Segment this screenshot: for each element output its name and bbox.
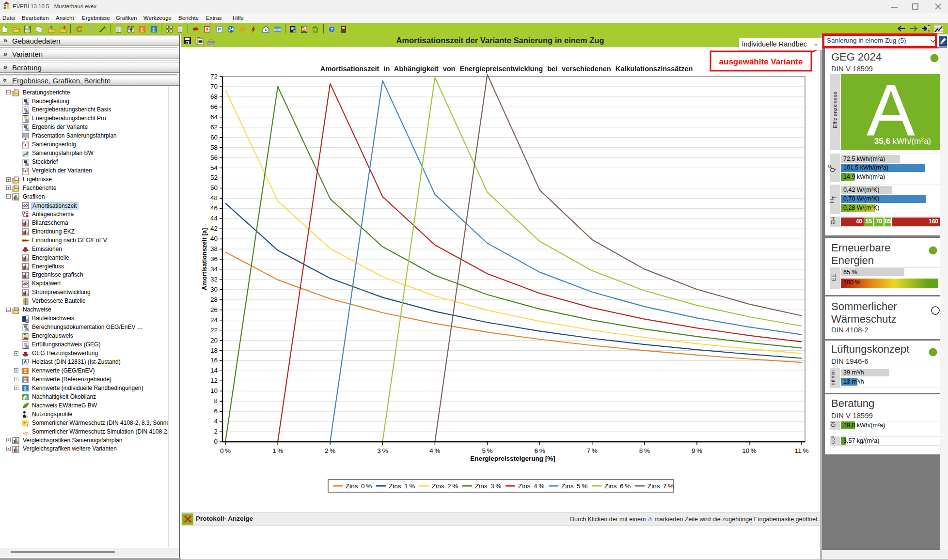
svg-text:54: 54 <box>210 164 218 171</box>
svg-text:44: 44 <box>210 215 218 222</box>
svg-text:18: 18 <box>210 347 218 354</box>
svg-text:W: W <box>26 128 29 131</box>
svg-text:62: 62 <box>210 124 218 131</box>
svg-text:10: 10 <box>210 387 218 394</box>
svg-text:2: 2 <box>214 428 218 435</box>
svg-text:Amortisationszeit [a]: Amortisationszeit [a] <box>201 228 208 291</box>
svg-text:60: 60 <box>210 134 218 141</box>
svg-text:W: W <box>26 163 29 166</box>
svg-text:Σ: Σ <box>152 27 156 32</box>
svg-text:12: 12 <box>210 377 218 384</box>
svg-text:P: P <box>218 27 221 32</box>
svg-text:68: 68 <box>210 93 218 100</box>
svg-text:0: 0 <box>214 438 218 445</box>
svg-text:4: 4 <box>214 418 218 425</box>
svg-text:66: 66 <box>210 103 218 110</box>
svg-text:Zins 4 %: Zins 4 % <box>518 482 544 490</box>
svg-text:58: 58 <box>210 144 218 151</box>
svg-text:€: € <box>265 28 267 32</box>
svg-text:W: W <box>26 110 29 114</box>
svg-text:W: W <box>26 119 29 123</box>
svg-text:?: ? <box>331 27 333 32</box>
svg-text:20: 20 <box>210 337 218 344</box>
svg-text:34: 34 <box>210 265 218 273</box>
svg-text:22: 22 <box>210 327 218 334</box>
svg-text:7 %: 7 % <box>587 447 598 454</box>
svg-text:6: 6 <box>214 407 218 415</box>
svg-text:Zins 0 %: Zins 0 % <box>346 482 372 490</box>
svg-text:Zins 1 %: Zins 1 % <box>389 482 415 490</box>
svg-text:Energiepreissteigerung [%]: Energiepreissteigerung [%] <box>470 455 555 462</box>
svg-text:30: 30 <box>210 286 218 293</box>
svg-text:42: 42 <box>210 225 218 232</box>
svg-text:Σ: Σ <box>141 27 144 32</box>
svg-text:2 %: 2 % <box>325 447 335 454</box>
svg-text:48: 48 <box>210 194 218 202</box>
svg-text:28: 28 <box>210 296 218 303</box>
svg-text:ausgewählte Variante: ausgewählte Variante <box>719 57 803 66</box>
svg-text:W: W <box>26 328 29 331</box>
svg-text:9 %: 9 % <box>692 447 702 454</box>
svg-text:26: 26 <box>210 306 218 313</box>
svg-text:1 %: 1 % <box>272 447 283 454</box>
svg-text:11 %: 11 % <box>795 447 809 454</box>
svg-text:A: A <box>26 424 28 427</box>
svg-text:8 %: 8 % <box>639 447 650 454</box>
svg-text:Amortisationszeit in Abhängigk: Amortisationszeit in Abhängigkeit von En… <box>320 65 693 73</box>
svg-text:Σ: Σ <box>24 386 27 392</box>
svg-text:Σ: Σ <box>24 377 27 383</box>
svg-text:A: A <box>26 415 28 418</box>
svg-text:3 %: 3 % <box>377 447 388 454</box>
svg-text:W: W <box>26 102 29 105</box>
svg-text:16: 16 <box>210 357 218 364</box>
svg-text:Zins 6 %: Zins 6 % <box>604 482 631 490</box>
svg-text:0 %: 0 % <box>220 447 231 454</box>
svg-text:14: 14 <box>210 367 218 374</box>
svg-text:10 %: 10 % <box>742 447 757 454</box>
svg-text:56: 56 <box>210 154 218 161</box>
svg-text:8: 8 <box>214 397 218 404</box>
svg-text:W: W <box>26 319 29 323</box>
svg-text:Zins 5 %: Zins 5 % <box>561 482 587 490</box>
svg-text:50: 50 <box>210 184 218 191</box>
svg-text:52: 52 <box>210 174 218 181</box>
svg-text:A: A <box>26 363 28 366</box>
svg-text:46: 46 <box>210 204 218 212</box>
svg-text:Zins 7 %: Zins 7 % <box>648 482 674 490</box>
svg-text:72: 72 <box>210 73 218 80</box>
svg-text:70: 70 <box>210 83 218 90</box>
svg-text:Σ: Σ <box>24 368 27 374</box>
svg-text:SBS: SBS <box>274 28 281 31</box>
svg-text:38: 38 <box>210 245 218 252</box>
svg-text:5 %: 5 % <box>482 447 492 454</box>
svg-text:36: 36 <box>210 255 218 263</box>
svg-text:4 %: 4 % <box>429 447 440 454</box>
svg-text:6 %: 6 % <box>534 447 545 454</box>
svg-text:64: 64 <box>210 113 218 121</box>
svg-text:40: 40 <box>210 235 218 242</box>
svg-text:32: 32 <box>210 276 218 283</box>
svg-text:Zins 2 %: Zins 2 % <box>432 482 458 490</box>
svg-text:24: 24 <box>210 316 218 324</box>
svg-text:Zins 3 %: Zins 3 % <box>475 482 501 490</box>
svg-text:W: W <box>26 345 29 348</box>
